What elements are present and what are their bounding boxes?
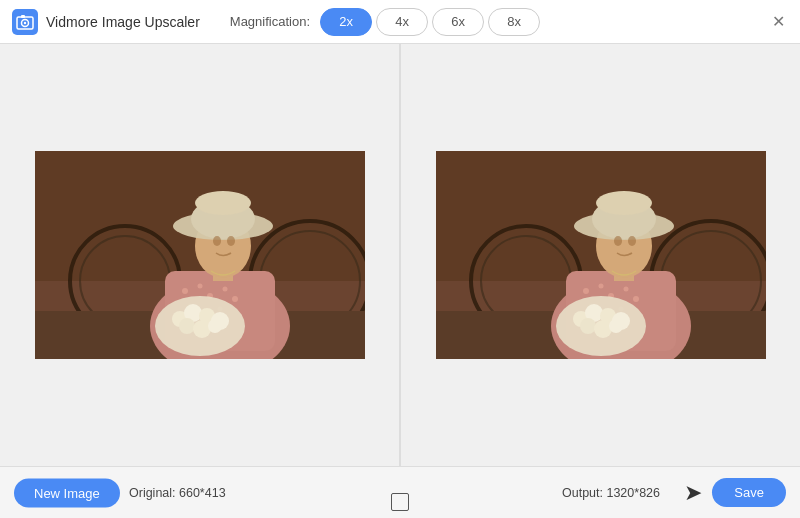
svg-point-46 [583,288,589,294]
svg-point-47 [598,284,603,289]
output-panel [401,44,800,466]
svg-point-3 [24,21,26,23]
svg-point-59 [580,318,596,334]
svg-point-50 [633,296,639,302]
svg-point-66 [596,191,652,215]
original-image [35,151,365,359]
svg-point-35 [213,236,221,246]
svg-point-34 [195,191,251,215]
mag-2x-button[interactable]: 2x [320,8,372,36]
output-image [436,151,766,359]
svg-point-49 [623,287,628,292]
main-content [0,44,800,466]
new-image-button[interactable]: New Image [14,478,120,507]
expand-icon[interactable] [391,493,409,511]
svg-point-67 [614,236,622,246]
svg-point-60 [594,320,612,338]
title-bar: Vidmore Image Upscaler Magnification: 2x… [0,0,800,44]
magnification-buttons: 2x 4x 6x 8x [320,8,540,36]
original-dimensions: Original: 660*413 [129,486,226,500]
bottom-bar: New Image Original: 660*413 Original: 66… [0,466,800,518]
original-image-container [35,151,365,359]
svg-rect-4 [21,15,25,18]
original-panel [0,44,399,466]
close-button[interactable]: ✕ [768,12,788,32]
mag-8x-button[interactable]: 8x [488,8,540,36]
svg-point-61 [609,319,623,333]
output-dimensions: Output: 1320*826 [562,486,660,500]
magnification-label: Magnification: [230,14,310,29]
mag-4x-button[interactable]: 4x [376,8,428,36]
svg-point-27 [179,318,195,334]
save-button[interactable]: Save [712,478,786,507]
close-icon: ✕ [772,12,785,31]
mag-6x-button[interactable]: 6x [432,8,484,36]
app-title: Vidmore Image Upscaler [46,14,200,30]
svg-point-17 [222,287,227,292]
svg-point-18 [232,296,238,302]
arrow-right-icon: ➤ [684,480,702,506]
svg-point-15 [197,284,202,289]
svg-point-68 [628,236,636,246]
app-logo [12,9,38,35]
svg-point-29 [208,319,222,333]
svg-point-14 [182,288,188,294]
bottom-actions: ➤ Save [684,478,786,507]
output-image-container [436,151,766,359]
svg-point-36 [227,236,235,246]
svg-point-28 [193,320,211,338]
